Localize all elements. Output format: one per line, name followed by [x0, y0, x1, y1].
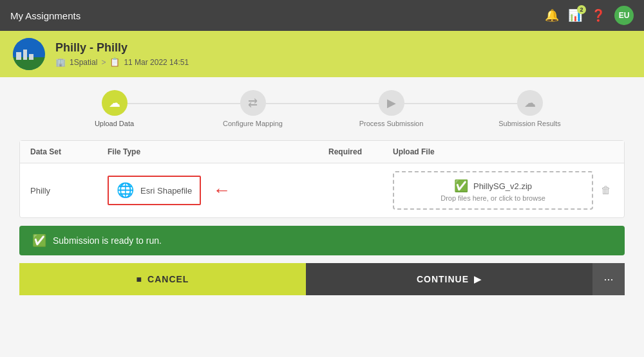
- stepper: ☁ Upload Data ⇄ Configure Mapping ▶ Proc…: [19, 90, 625, 127]
- status-check-icon: ✅: [32, 233, 46, 248]
- help-icon[interactable]: ❓: [591, 8, 605, 23]
- step-label-results: Submission Results: [498, 120, 561, 127]
- col-required: Required: [328, 147, 393, 156]
- col-uploadfile: Upload File: [393, 147, 614, 156]
- step-upload-data: ☁ Upload Data: [45, 90, 184, 127]
- action-row: ■ CANCEL CONTINUE ▶ ···: [19, 263, 625, 295]
- notifications-icon[interactable]: 🔔: [545, 8, 559, 23]
- step-connector-1: [115, 103, 253, 104]
- navbar: My Assignments 🔔 📊 2 ❓ EU: [0, 0, 644, 31]
- globe-icon: 🌐: [117, 182, 134, 199]
- step-process: ▶ Process Submission: [322, 90, 460, 127]
- file-type-label: Esri Shapefile: [140, 186, 192, 196]
- cancel-button[interactable]: ■ CANCEL: [19, 263, 306, 295]
- project-info: Philly - Philly 🏢 1Spatial > 📋 11 Mar 20…: [55, 41, 189, 67]
- org-name: 1Spatial: [70, 58, 97, 67]
- step-results: ☁ Submission Results: [460, 90, 599, 127]
- svg-rect-2: [16, 52, 21, 60]
- table-header: Data Set File Type Required Upload File: [20, 141, 624, 163]
- check-icon: ✅: [454, 179, 468, 193]
- drop-hint: Drop files here, or click to browse: [440, 194, 545, 202]
- cancel-icon: ■: [137, 274, 142, 284]
- upload-file-row: ✅ PhillySG_v2.zip: [454, 179, 532, 193]
- dataset-name: Philly: [30, 186, 108, 196]
- main-content: ☁ Upload Data ⇄ Configure Mapping ▶ Proc…: [0, 77, 644, 308]
- project-name: Philly - Philly: [55, 41, 189, 55]
- cancel-label: CANCEL: [147, 274, 189, 284]
- more-options-button[interactable]: ···: [592, 263, 625, 295]
- file-name: PhillySG_v2.zip: [473, 181, 532, 191]
- user-avatar[interactable]: EU: [614, 6, 634, 25]
- project-date: 11 Mar 2022 14:51: [124, 58, 189, 67]
- red-arrow-icon: ←: [213, 180, 231, 201]
- navbar-icons: 🔔 📊 2 ❓ EU: [545, 6, 634, 25]
- col-filetype: File Type: [108, 147, 328, 156]
- chart-icon[interactable]: 📊 2: [568, 8, 582, 23]
- step-circle-results: ☁: [517, 90, 543, 116]
- file-type-cell: 🌐 Esri Shapefile: [108, 176, 201, 205]
- svg-rect-4: [29, 54, 33, 60]
- continue-button[interactable]: CONTINUE ▶: [306, 263, 592, 295]
- step-label-configure: Configure Mapping: [223, 120, 283, 127]
- status-bar: ✅ Submission is ready to run.: [19, 226, 625, 255]
- status-message: Submission is ready to run.: [53, 235, 162, 246]
- step-connector-2: [253, 103, 392, 104]
- data-table: Data Set File Type Required Upload File …: [19, 140, 625, 218]
- project-meta: 🏢 1Spatial > 📋 11 Mar 2022 14:51: [55, 57, 189, 67]
- step-label-upload: Upload Data: [95, 120, 134, 127]
- upload-dropzone[interactable]: ✅ PhillySG_v2.zip Drop files here, or cl…: [393, 171, 593, 210]
- step-connector-3: [392, 103, 530, 104]
- svg-rect-3: [23, 50, 27, 60]
- step-circle-configure: ⇄: [240, 90, 266, 116]
- step-label-process: Process Submission: [359, 120, 424, 127]
- badge-count: 2: [577, 5, 586, 14]
- calendar-icon: 📋: [109, 57, 120, 67]
- header-banner: Philly - Philly 🏢 1Spatial > 📋 11 Mar 20…: [0, 31, 644, 77]
- continue-label: CONTINUE: [417, 274, 469, 284]
- col-dataset: Data Set: [30, 147, 108, 156]
- table-row: Philly 🌐 Esri Shapefile ← ✅ PhillySG_v2.…: [20, 163, 624, 217]
- step-circle-upload: ☁: [102, 90, 128, 116]
- upload-cell: ✅ PhillySG_v2.zip Drop files here, or cl…: [393, 171, 614, 210]
- navbar-title: My Assignments: [10, 10, 80, 21]
- continue-icon: ▶: [474, 274, 482, 284]
- more-icon: ···: [603, 273, 613, 286]
- delete-file-button[interactable]: 🗑: [598, 182, 614, 199]
- step-circle-process: ▶: [379, 90, 404, 116]
- arrow-indicator: ←: [213, 180, 231, 201]
- org-icon: 🏢: [55, 57, 66, 67]
- step-configure: ⇄ Configure Mapping: [184, 90, 322, 127]
- project-thumbnail: [13, 38, 45, 70]
